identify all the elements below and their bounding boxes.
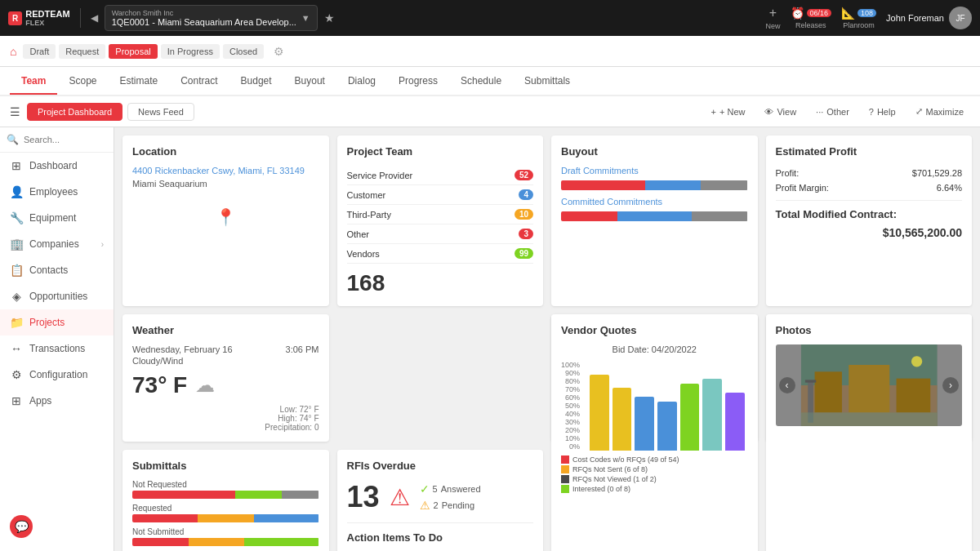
help-button[interactable]: ? Help bbox=[862, 104, 902, 120]
team-label-third-party: Third-Party bbox=[347, 210, 391, 220]
action-items-title: Action Items To Do bbox=[347, 531, 534, 544]
committed-commitments-link[interactable]: Committed Commitments bbox=[561, 197, 748, 207]
tab-submittals[interactable]: Submittals bbox=[513, 69, 581, 95]
status-tab-closed[interactable]: Closed bbox=[223, 44, 264, 59]
team-count-service: 52 bbox=[514, 170, 533, 180]
support-button[interactable]: 💬 bbox=[10, 515, 33, 538]
maximize-icon: ⤢ bbox=[915, 106, 923, 117]
chart-bar-3 bbox=[635, 397, 654, 451]
weather-temperature: 73° F bbox=[132, 372, 187, 398]
buyout-title: Buyout bbox=[561, 145, 748, 158]
new-button[interactable]: + New bbox=[765, 6, 780, 30]
sidebar-item-apps[interactable]: ⊞ Apps bbox=[0, 388, 114, 414]
status-tab-draft[interactable]: Draft bbox=[23, 44, 56, 59]
estimated-profit-card: Estimated Profit Profit: $701,529.28 Pro… bbox=[766, 136, 973, 306]
planroom-icon: 📐 bbox=[841, 7, 855, 20]
rfis-pending-label: Pending bbox=[442, 500, 474, 510]
news-feed-button[interactable]: News Feed bbox=[127, 103, 194, 121]
sidebar-item-contacts[interactable]: 📋 Contacts bbox=[0, 257, 114, 283]
chart-area: 100% 90% 80% 70% 60% 50% 40% 30% 20% 10%… bbox=[561, 361, 748, 451]
hamburger-icon[interactable]: ☰ bbox=[10, 105, 20, 118]
equipment-icon: 🔧 bbox=[10, 211, 23, 224]
toolbar: ☰ Project Dashboard News Feed + + New 👁 … bbox=[0, 96, 980, 127]
main-content: 🔍 ⊞ Dashboard 👤 Employees 🔧 Equipment 🏢 … bbox=[0, 127, 980, 551]
submittals-title: Submittals bbox=[132, 460, 319, 472]
tab-buyout[interactable]: Buyout bbox=[283, 69, 336, 95]
configuration-icon: ⚙ bbox=[10, 368, 23, 381]
tab-contract[interactable]: Contract bbox=[169, 69, 229, 95]
committed-progress-bar bbox=[561, 211, 748, 221]
tab-schedule[interactable]: Schedule bbox=[449, 69, 513, 95]
project-selector[interactable]: Warchon Smith Inc 1QE0001 - Miami Seaqua… bbox=[105, 5, 318, 31]
tab-estimate[interactable]: Estimate bbox=[109, 69, 170, 95]
sidebar-item-dashboard[interactable]: ⊞ Dashboard bbox=[0, 153, 114, 179]
status-tab-request[interactable]: Request bbox=[59, 44, 105, 59]
weather-condition: Cloudy/Wind bbox=[132, 356, 319, 366]
home-icon[interactable]: ⌂ bbox=[10, 45, 16, 58]
maximize-button[interactable]: ⤢ Maximize bbox=[909, 103, 970, 120]
sidebar-item-opportunities[interactable]: ◈ Opportunities bbox=[0, 283, 114, 309]
user-info[interactable]: John Foreman JF bbox=[886, 7, 972, 29]
rfis-card: RFIs Overdue 13 ⚠ ✓ 5 Answered ⚠ 2 Pendi… bbox=[337, 450, 544, 551]
toolbar-right: + + New 👁 View ··· Other ? Help ⤢ Maximi… bbox=[705, 103, 970, 120]
toolbar-left: Project Dashboard News Feed bbox=[27, 103, 194, 121]
team-row-service: Service Provider 52 bbox=[347, 166, 534, 185]
team-label-customer: Customer bbox=[347, 190, 386, 200]
weather-time: 3:06 PM bbox=[286, 344, 319, 354]
team-count-vendors: 99 bbox=[514, 248, 533, 259]
draft-bar-red bbox=[561, 180, 645, 190]
photos-title: Photos bbox=[776, 324, 963, 336]
support-icon[interactable]: 💬 bbox=[10, 515, 33, 538]
draft-commitments-link[interactable]: Draft Commitments bbox=[561, 166, 748, 176]
releases-button[interactable]: ⏰ 06/16 Releases bbox=[791, 7, 832, 29]
company-name: Warchon Smith Inc bbox=[112, 9, 296, 17]
legend-label-interested: Interested (0 of 8) bbox=[572, 485, 630, 493]
sidebar-label-apps: Apps bbox=[29, 395, 51, 407]
tab-scope[interactable]: Scope bbox=[57, 69, 108, 95]
planroom-button[interactable]: 📐 108 Planroom bbox=[841, 7, 876, 29]
tab-dialog[interactable]: Dialog bbox=[336, 69, 387, 95]
photo-next-button[interactable]: › bbox=[942, 377, 959, 393]
weather-date-row: Wednesday, February 16 3:06 PM bbox=[132, 344, 319, 354]
sidebar-item-projects[interactable]: 📁 Projects bbox=[0, 309, 114, 335]
logo[interactable]: R REDTEAM FLEX bbox=[8, 9, 70, 27]
employees-icon: 👤 bbox=[10, 185, 23, 198]
project-dashboard-button[interactable]: Project Dashboard bbox=[27, 103, 122, 121]
page-navigation: Team Scope Estimate Contract Budget Buyo… bbox=[0, 67, 980, 96]
tab-progress[interactable]: Progress bbox=[387, 69, 449, 95]
logo-icon: R bbox=[8, 11, 22, 25]
tab-budget[interactable]: Budget bbox=[229, 69, 283, 95]
y-10: 10% bbox=[561, 434, 580, 442]
sidebar-item-companies[interactable]: 🏢 Companies › bbox=[0, 231, 114, 257]
vendor-quotes-title: Vendor Quotes bbox=[561, 324, 748, 336]
new-item-button[interactable]: + + New bbox=[705, 104, 752, 120]
profit-row-margin: Profit Margin: 6.64% bbox=[776, 180, 963, 195]
view-button[interactable]: 👁 View bbox=[758, 104, 803, 120]
sidebar-item-transactions[interactable]: ↔ Transactions bbox=[0, 335, 114, 362]
status-tab-inprogress[interactable]: In Progress bbox=[161, 44, 220, 59]
help-icon: ? bbox=[869, 107, 874, 117]
location-address[interactable]: 4400 Rickenbacker Cswy, Miami, FL 33149 bbox=[132, 166, 319, 176]
sidebar-item-employees[interactable]: 👤 Employees bbox=[0, 179, 114, 205]
search-icon: 🔍 bbox=[7, 134, 19, 145]
legend-color-interested bbox=[561, 485, 569, 493]
companies-icon: 🏢 bbox=[10, 238, 23, 251]
sidebar-item-configuration[interactable]: ⚙ Configuration bbox=[0, 362, 114, 388]
team-title: Project Team bbox=[347, 145, 534, 158]
sidebar-item-equipment[interactable]: 🔧 Equipment bbox=[0, 205, 114, 231]
status-tab-proposal[interactable]: Proposal bbox=[109, 44, 157, 59]
weather-date: Wednesday, February 16 bbox=[132, 344, 233, 354]
draft-bar-blue bbox=[645, 180, 702, 190]
search-input[interactable] bbox=[24, 135, 107, 144]
draft-progress-bar bbox=[561, 180, 748, 190]
legend-label-cost: Cost Codes w/o RFQs (49 of 54) bbox=[572, 455, 679, 464]
photo-prev-button[interactable]: ‹ bbox=[779, 377, 795, 393]
settings-icon[interactable]: ⚙ bbox=[274, 45, 284, 58]
other-button[interactable]: ··· Other bbox=[809, 104, 856, 120]
favorite-star-icon[interactable]: ★ bbox=[324, 11, 335, 24]
photo-image: ‹ › bbox=[776, 344, 963, 426]
rfis-main: 13 ⚠ ✓ 5 Answered ⚠ 2 Pending bbox=[347, 480, 534, 514]
tab-team[interactable]: Team bbox=[10, 69, 57, 95]
y-50: 50% bbox=[561, 402, 580, 410]
help-label: Help bbox=[877, 107, 896, 117]
